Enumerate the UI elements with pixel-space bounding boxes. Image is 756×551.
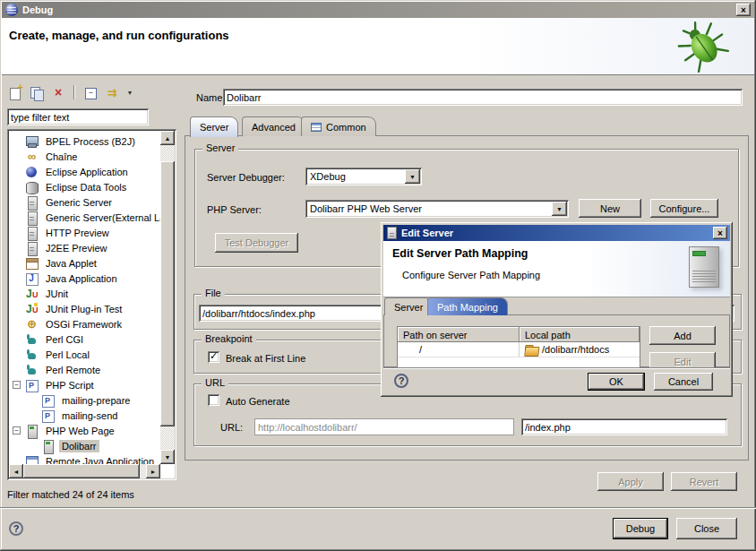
- scroll-left-icon[interactable]: ◄: [9, 464, 23, 478]
- scroll-right-icon[interactable]: ►: [146, 464, 160, 478]
- server-debugger-label: Server Debugger:: [207, 172, 285, 183]
- vertical-scroll-thumb[interactable]: [160, 161, 175, 426]
- auto-generate-label: Auto Generate: [226, 396, 290, 407]
- column-path-on-server[interactable]: Path on server: [398, 327, 520, 342]
- tree-item-perl-local[interactable]: Perl Local: [9, 347, 92, 362]
- tree-vertical-scrollbar[interactable]: ▲ ▼: [160, 131, 175, 464]
- tree-item-eclipse-data-tools[interactable]: Eclipse Data Tools: [9, 179, 129, 194]
- tree-item-bpel-process[interactable]: BPEL Process (B2J): [9, 133, 138, 149]
- tree-item-perl-cgi[interactable]: Perl CGI: [9, 331, 86, 347]
- table-row[interactable]: / /dolibarr/htdocs: [398, 342, 640, 357]
- tree-item-chaine[interactable]: ∞Chaîne: [9, 149, 80, 164]
- name-input[interactable]: [223, 89, 743, 106]
- close-button[interactable]: Close: [676, 518, 737, 539]
- new-configuration-icon[interactable]: [7, 85, 23, 100]
- tree-item-java-application[interactable]: Java Application: [9, 271, 120, 286]
- php-server-label: PHP Server:: [207, 204, 262, 215]
- apply-button[interactable]: Apply: [597, 472, 664, 491]
- tree-item-php-script[interactable]: −PHP Script: [9, 377, 97, 392]
- folder-icon: [524, 345, 538, 355]
- window-close-icon[interactable]: ×: [736, 4, 751, 16]
- tree-item-osgi-framework[interactable]: ⊕OSGi Framework: [9, 316, 125, 331]
- window-titlebar: Debug ×: [2, 2, 754, 18]
- collapse-expander-icon[interactable]: −: [13, 381, 21, 389]
- debug-button[interactable]: Debug: [613, 518, 668, 539]
- url-group-title: URL: [202, 377, 228, 388]
- tab-common[interactable]: Common: [301, 116, 376, 136]
- server-icon: [25, 242, 39, 254]
- header-banner: Create, manage, and run configurations: [2, 18, 754, 75]
- collapse-expander-icon[interactable]: −: [13, 426, 21, 435]
- tree-item-java-applet[interactable]: Java Applet: [9, 255, 99, 271]
- php-script-icon: [41, 409, 55, 422]
- help-icon[interactable]: ?: [9, 521, 23, 536]
- perl-icon: [25, 333, 39, 346]
- osgi-framework-icon: ⊕: [25, 318, 39, 331]
- delete-configuration-icon[interactable]: ×: [50, 85, 66, 100]
- name-label: Name:: [196, 92, 225, 103]
- test-debugger-button[interactable]: Test Debugger: [215, 233, 298, 253]
- java-application-icon: [25, 272, 39, 285]
- filter-configurations-icon[interactable]: ⇉: [104, 85, 120, 100]
- url-label: URL:: [220, 422, 243, 433]
- chevron-down-icon[interactable]: ▼: [405, 169, 420, 184]
- path-mapping-table[interactable]: Path on server Local path / /dolibarr/ht…: [397, 326, 640, 369]
- tree-item-eclipse-application[interactable]: Eclipse Application: [9, 164, 131, 179]
- server-group-title: Server: [202, 142, 238, 153]
- tab-server[interactable]: Server: [190, 116, 238, 137]
- server-icon: [25, 211, 39, 224]
- filter-input[interactable]: [7, 108, 149, 125]
- tree-item-j2ee-preview[interactable]: J2EE Preview: [9, 240, 109, 255]
- php-server-select[interactable]: Dolibarr PHP Web Server ▼: [305, 200, 569, 218]
- tab-advanced[interactable]: Advanced: [242, 116, 305, 136]
- chevron-down-icon[interactable]: ▼: [552, 202, 567, 216]
- tree-item-perl-remote[interactable]: Perl Remote: [9, 362, 103, 377]
- dialog-subheading: Configure Server Path Mapping: [402, 270, 540, 280]
- break-first-line-checkbox[interactable]: [208, 351, 219, 363]
- tree-item-http-preview[interactable]: HTTP Preview: [9, 225, 112, 240]
- dialog-tab-path-mapping[interactable]: Path Mapping: [427, 297, 508, 315]
- debug-bug-icon: [675, 21, 731, 73]
- tree-item-mailing-send[interactable]: mailing-send: [9, 408, 120, 423]
- tree-item-dolibarr[interactable]: Dolibarr: [9, 438, 99, 453]
- cancel-button[interactable]: Cancel: [654, 373, 713, 391]
- collapse-all-icon[interactable]: [82, 85, 99, 100]
- server-debugger-select[interactable]: XDebug ▼: [305, 168, 422, 185]
- window-title: Debug: [22, 4, 53, 15]
- applet-icon: [25, 257, 39, 270]
- add-mapping-button[interactable]: Add: [649, 326, 716, 345]
- ok-button[interactable]: OK: [588, 373, 645, 391]
- auto-generate-checkbox[interactable]: [208, 394, 219, 406]
- banner-title: Create, manage, and run configurations: [9, 29, 229, 42]
- column-local-path[interactable]: Local path: [520, 327, 640, 342]
- tree-item-junit-plugin-test[interactable]: JUnit Plug-in Test: [9, 301, 125, 316]
- url-path-input[interactable]: [521, 418, 727, 435]
- configurations-tree: BPEL Process (B2J) ∞Chaîne Eclipse Appli…: [7, 129, 176, 480]
- scroll-up-icon[interactable]: ▲: [160, 131, 175, 145]
- revert-button[interactable]: Revert: [671, 472, 737, 491]
- duplicate-configuration-icon[interactable]: [29, 85, 45, 100]
- tree-horizontal-scrollbar[interactable]: ◄ ►: [9, 464, 160, 478]
- php-script-icon: [41, 394, 55, 407]
- tree-item-mailing-prepare[interactable]: mailing-prepare: [9, 392, 133, 408]
- configure-server-button[interactable]: Configure...: [650, 199, 718, 218]
- footer-separator: [0, 507, 756, 509]
- perl-icon: [25, 364, 39, 376]
- scroll-down-icon[interactable]: ▼: [160, 450, 175, 464]
- url-base-input: [254, 418, 514, 435]
- filter-menu-dropdown-icon[interactable]: ▼: [125, 85, 134, 100]
- tree-item-php-web-page[interactable]: −PHP Web Page: [9, 423, 117, 438]
- new-server-button[interactable]: New: [579, 199, 641, 218]
- dialog-close-icon[interactable]: ×: [713, 227, 727, 239]
- tree-item-generic-server-external[interactable]: Generic Server(External La: [9, 210, 168, 225]
- dialog-tab-server[interactable]: Server: [384, 297, 433, 315]
- tree-item-junit[interactable]: JUnit: [9, 286, 71, 301]
- server-icon: [387, 227, 397, 239]
- tree-item-generic-server[interactable]: Generic Server: [9, 194, 115, 210]
- horizontal-scroll-thumb[interactable]: [23, 464, 140, 478]
- eclipse-app-icon: [5, 4, 18, 16]
- dialog-help-icon[interactable]: ?: [394, 374, 408, 388]
- server-icon: [25, 196, 39, 209]
- perl-icon: [25, 349, 39, 361]
- breakpoint-group-title: Breakpoint: [202, 333, 256, 344]
